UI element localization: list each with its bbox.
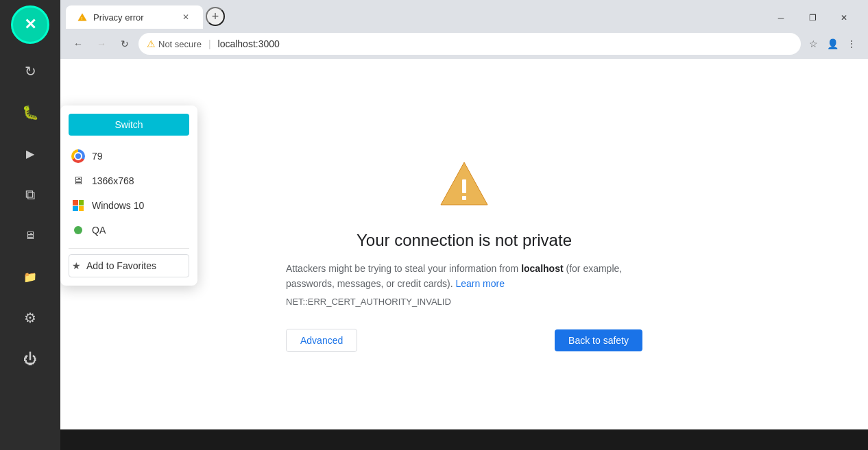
gear-icon: ⚙: [24, 310, 36, 326]
x-icon: ✕: [24, 16, 36, 34]
tab-close-button[interactable]: ✕: [180, 11, 192, 23]
windows-icon: [71, 199, 85, 212]
tab-favicon: !: [77, 12, 88, 23]
popup-panel: Switch 79 🖥 1366x768: [60, 105, 197, 286]
window-close-button[interactable]: ✕: [828, 8, 860, 27]
bottom-bar: [60, 429, 868, 450]
video-icon: ▶: [26, 147, 34, 160]
refresh-icon: ↻: [25, 63, 36, 79]
popup-item-qa[interactable]: QA: [69, 218, 189, 242]
not-secure-label: Not secure: [158, 39, 202, 49]
tab-bar: ! Privacy error ✕ + ─ ❐ ✕: [60, 0, 868, 29]
bug-icon: 🐛: [22, 104, 39, 121]
copy-button[interactable]: ⧉: [11, 175, 49, 214]
refresh-button[interactable]: ↻: [11, 52, 49, 90]
browser-content: Your connection is not private Attackers…: [60, 59, 868, 450]
learn-more-link[interactable]: Learn more: [455, 278, 505, 289]
back-to-safety-button[interactable]: Back to safety: [555, 329, 642, 351]
error-description: Attackers might be trying to steal your …: [286, 261, 642, 292]
error-desc-part1: Attackers might be trying to steal your …: [286, 263, 521, 274]
address-bar-row: ← → ↻ ⚠ Not secure | localhost:3000 ☆ 👤 …: [60, 29, 868, 59]
monitor-popup-icon: 🖥: [71, 174, 85, 188]
address-bar[interactable]: ⚠ Not secure | localhost:3000: [138, 33, 801, 55]
advanced-button[interactable]: Advanced: [286, 329, 357, 352]
popup-item-resolution[interactable]: 🖥 1366x768: [69, 168, 189, 193]
browser-tab[interactable]: ! Privacy error ✕: [66, 5, 203, 29]
add-favorites-label: Add to Favorites: [86, 260, 156, 271]
sidebar: ✕ ↻ 🐛 ▶ ⧉ 🖥 📁 ⚙ ⏻: [0, 0, 60, 450]
maximize-button[interactable]: ❐: [797, 8, 828, 27]
forward-button[interactable]: →: [92, 34, 111, 53]
popup-divider: [69, 248, 189, 249]
tab-title: Privacy error: [93, 12, 174, 23]
qa-status-icon: [71, 223, 85, 237]
warning-triangle-icon: ⚠: [147, 38, 156, 49]
settings-button[interactable]: ⚙: [11, 299, 49, 337]
monitor-button[interactable]: 🖥: [11, 216, 49, 255]
popup-os-value: Windows 10: [92, 200, 144, 211]
error-actions: Advanced Back to safety: [286, 329, 642, 352]
bug-button[interactable]: 🐛: [11, 93, 49, 132]
video-button[interactable]: ▶: [11, 134, 49, 173]
copy-icon: ⧉: [25, 187, 35, 203]
power-icon: ⏻: [23, 351, 37, 367]
menu-icon[interactable]: ⋮: [843, 36, 860, 52]
popup-item-os[interactable]: Windows 10: [69, 193, 189, 218]
popup-resolution-value: 1366x768: [92, 175, 134, 186]
svg-text:!: !: [82, 16, 83, 21]
browser-chrome: ! Privacy error ✕ + ─ ❐ ✕ ← → ↻ ⚠ No: [60, 0, 868, 59]
popup-chrome-value: 79: [92, 151, 103, 162]
popup-qa-value: QA: [92, 225, 106, 236]
close-button[interactable]: ✕: [11, 5, 49, 44]
privacy-error-page: Your connection is not private Attackers…: [258, 59, 670, 450]
error-code: NET::ERR_CERT_AUTHORITY_INVALID: [286, 297, 642, 307]
address-url: localhost:3000: [218, 38, 280, 49]
large-warning-icon: [437, 157, 492, 214]
bookmark-icon[interactable]: ☆: [805, 36, 821, 52]
star-icon: ★: [72, 260, 81, 271]
back-button[interactable]: ←: [69, 34, 88, 53]
switch-button[interactable]: Switch: [69, 114, 189, 136]
tab-warning-icon: !: [77, 12, 87, 22]
svg-rect-2: [462, 196, 466, 200]
power-button[interactable]: ⏻: [11, 340, 49, 378]
browser-window: ! Privacy error ✕ + ─ ❐ ✕ ← → ↻ ⚠ No: [60, 0, 868, 450]
new-tab-button[interactable]: +: [206, 7, 225, 26]
monitor-icon: 🖥: [25, 229, 36, 242]
error-title: Your connection is not private: [357, 231, 572, 250]
address-separator: |: [208, 38, 211, 49]
minimize-button[interactable]: ─: [765, 8, 797, 27]
chrome-icon: [71, 149, 85, 163]
popup-item-chrome[interactable]: 79: [69, 144, 189, 168]
folder-button[interactable]: 📁: [11, 258, 49, 296]
window-controls: ─ ❐ ✕: [765, 5, 863, 27]
folder-icon: 📁: [23, 271, 37, 284]
add-to-favorites-button[interactable]: ★ Add to Favorites: [69, 254, 189, 277]
reload-button[interactable]: ↻: [115, 34, 134, 53]
account-icon[interactable]: 👤: [824, 36, 841, 52]
address-right-icons: ☆ 👤 ⋮: [805, 36, 860, 52]
error-desc-bold: localhost: [521, 263, 563, 274]
security-warning: ⚠ Not secure: [147, 38, 202, 49]
svg-rect-1: [462, 179, 466, 193]
